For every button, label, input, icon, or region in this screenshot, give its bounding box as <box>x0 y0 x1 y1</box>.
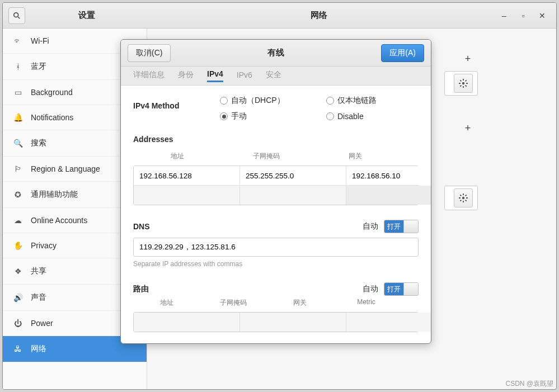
search-icon: 🔍 <box>13 139 23 148</box>
a11y-icon: ✪ <box>13 190 23 199</box>
connection-settings-button[interactable] <box>454 74 473 93</box>
minimize-button[interactable]: – <box>498 10 510 22</box>
sidebar-item-label: Wi-Fi <box>31 36 49 45</box>
svg-line-1 <box>18 17 20 18</box>
gear-icon <box>459 79 468 88</box>
switch-knob <box>403 283 418 295</box>
add-connection-button[interactable]: + <box>462 122 473 134</box>
route-netmask-input[interactable] <box>240 313 346 332</box>
netmask-input[interactable] <box>240 186 346 205</box>
addresses-table: ✕ ✕ <box>133 166 419 205</box>
tab-ipv4[interactable]: IPv4 <box>207 69 223 82</box>
background-icon: ▭ <box>13 88 23 97</box>
radio-label: 自动（DHCP） <box>231 96 285 106</box>
col-metric: Metric <box>333 298 400 308</box>
dns-auto-switch[interactable]: 打开 <box>384 220 419 233</box>
address-row: ✕ <box>134 185 418 205</box>
bell-icon: 🔔 <box>13 113 23 122</box>
sidebar-item-label: Region & Language <box>31 164 100 173</box>
page-title: 网络 <box>148 10 489 21</box>
col-netmask: 子网掩码 <box>222 152 311 161</box>
col-address: 地址 <box>133 152 222 161</box>
routes-auto-switch[interactable]: 打开 <box>384 282 419 296</box>
radio-label: 手动 <box>231 111 247 121</box>
svg-point-3 <box>462 197 464 199</box>
power-icon: ⏻ <box>13 319 23 328</box>
watermark: CSDN @袁既望 <box>505 379 553 389</box>
sidebar-item-label: 蓝牙 <box>31 62 46 72</box>
search-icon <box>13 12 21 20</box>
col-gateway: 网关 <box>311 152 400 161</box>
wifi-icon: ᯤ <box>13 36 23 45</box>
dns-label: DNS <box>133 222 150 231</box>
col-address: 地址 <box>133 298 200 308</box>
privacy-icon: ✋ <box>13 241 23 250</box>
method-disable-radio[interactable]: Disable <box>326 112 424 121</box>
gear-icon <box>459 193 468 202</box>
col-netmask: 子网掩码 <box>200 298 266 308</box>
titlebar: 设置 网络 – ▫ ✕ <box>3 3 556 29</box>
sidebar-item-label: 搜索 <box>31 138 46 148</box>
sidebar-item-label: 共享 <box>31 266 46 276</box>
switch-on-label: 打开 <box>384 283 403 295</box>
tab-security[interactable]: 安全 <box>266 70 281 82</box>
gateway-input[interactable] <box>346 166 431 185</box>
address-input[interactable] <box>134 186 240 205</box>
share-icon: ❖ <box>13 267 23 276</box>
method-manual-radio[interactable]: 手动 <box>220 111 326 121</box>
sound-icon: 🔊 <box>13 293 23 302</box>
radio-label: Disable <box>337 112 364 121</box>
sidebar-item-label: Notifications <box>31 113 73 122</box>
sidebar-item-label: Background <box>31 88 73 97</box>
tab-details[interactable]: 详细信息 <box>133 70 165 82</box>
addresses-label: Addresses <box>133 135 419 144</box>
bluetooth-icon: ᚼ <box>13 62 23 71</box>
dialog-tabs: 详细信息 身份 IPv4 IPv6 安全 <box>121 67 431 86</box>
apply-button[interactable]: 应用(A) <box>381 44 424 62</box>
gateway-input[interactable] <box>346 186 431 205</box>
search-button[interactable] <box>8 7 25 24</box>
auto-label: 自动 <box>363 284 378 294</box>
close-button[interactable]: ✕ <box>536 10 548 22</box>
route-address-input[interactable] <box>134 313 240 332</box>
dialog-body: IPv4 Method 自动（DHCP） 仅本地链路 手动 Disable Ad… <box>121 86 431 343</box>
globe-icon: 🏳 <box>13 164 23 173</box>
routes-header: 地址 子网掩码 网关 Metric <box>133 296 419 310</box>
sidebar-title: 设置 <box>25 10 148 21</box>
connection-settings-button[interactable] <box>454 188 473 207</box>
netmask-input[interactable] <box>240 166 346 185</box>
sidebar-item-label: 网络 <box>31 344 46 354</box>
radio-label: 仅本地链路 <box>337 96 377 106</box>
sidebar-item-label: Power <box>31 319 53 328</box>
tab-ipv6[interactable]: IPv6 <box>237 70 252 82</box>
svg-point-2 <box>462 82 464 84</box>
method-auto-radio[interactable]: 自动（DHCP） <box>220 96 326 106</box>
route-gateway-input[interactable] <box>346 313 431 332</box>
addresses-header: 地址 子网掩码 网关 <box>133 149 419 163</box>
connection-card <box>444 186 478 210</box>
route-row: ✕ <box>134 313 418 332</box>
svg-point-0 <box>14 12 18 17</box>
address-row: ✕ <box>134 166 418 185</box>
address-input[interactable] <box>134 166 240 185</box>
method-linklocal-radio[interactable]: 仅本地链路 <box>326 96 424 106</box>
add-connection-button[interactable]: + <box>462 53 473 64</box>
sidebar-item-label: Online Accounts <box>31 216 87 225</box>
col-gateway: 网关 <box>266 298 333 308</box>
switch-on-label: 打开 <box>384 220 403 233</box>
connection-editor-dialog: 取消(C) 有线 应用(A) 详细信息 身份 IPv4 IPv6 安全 IPv4… <box>120 39 431 344</box>
connection-card <box>444 71 478 96</box>
dns-input[interactable] <box>133 238 419 257</box>
dialog-title: 有线 <box>267 48 284 58</box>
network-icon: 🖧 <box>13 344 23 353</box>
cloud-icon: ☁ <box>13 216 23 225</box>
routes-table: ✕ <box>133 312 419 332</box>
dns-hint: Separate IP addresses with commas <box>133 260 419 268</box>
tab-identity[interactable]: 身份 <box>178 70 194 82</box>
sidebar-item-label: Privacy <box>31 241 57 250</box>
switch-knob <box>403 220 418 233</box>
maximize-button[interactable]: ▫ <box>517 10 529 22</box>
dialog-header: 取消(C) 有线 应用(A) <box>121 40 431 67</box>
cancel-button[interactable]: 取消(C) <box>128 44 171 62</box>
auto-label: 自动 <box>363 221 378 232</box>
